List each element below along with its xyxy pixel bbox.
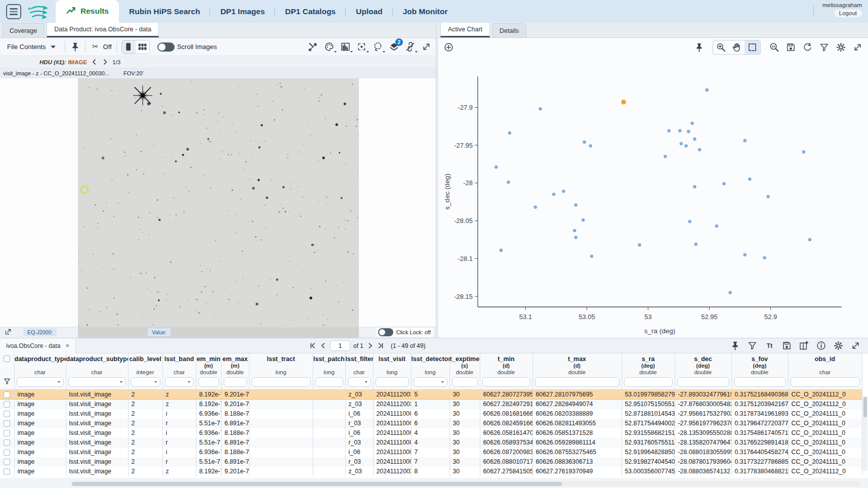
filter-input-lsst_detector[interactable] — [414, 377, 447, 387]
scatter-chart[interactable]: 53.153.055352.9552.9-27.9-27.95-28-28.05… — [438, 56, 868, 338]
data-point[interactable] — [638, 243, 641, 247]
column-header-lsst_tract[interactable]: lsst_tract long — [249, 353, 313, 376]
data-point[interactable] — [583, 141, 586, 144]
add-chart-icon[interactable] — [443, 42, 454, 53]
data-point[interactable] — [574, 203, 577, 207]
column-header-em_max[interactable]: em_max (m) double — [221, 353, 249, 376]
expand-icon[interactable] — [850, 340, 861, 351]
tab-details[interactable]: Details — [492, 23, 526, 37]
column-header-lsst_band[interactable]: lsst_band char — [162, 353, 196, 376]
layers-icon[interactable]: 2 — [389, 41, 399, 52]
filter-input-t_min[interactable] — [482, 377, 530, 387]
page-first-icon[interactable] — [309, 342, 316, 349]
data-point[interactable] — [494, 165, 498, 169]
data-point[interactable] — [690, 121, 694, 125]
data-point[interactable] — [678, 129, 682, 132]
table-row[interactable]: imagelsst.visit_image2z8.192e-79.201e-7z… — [0, 467, 862, 476]
filter-input-lsst_filter[interactable] — [348, 377, 371, 387]
nav-tab-dp1-images[interactable]: DP1 Images — [210, 1, 275, 23]
data-point[interactable] — [582, 218, 585, 222]
filter-input-obs_id[interactable] — [791, 377, 860, 387]
row-checkbox[interactable] — [4, 391, 10, 398]
tab-data-product-ivoa-obscore-data[interactable]: Data Product: ivoa.ObsCore - data — [47, 22, 159, 37]
row-checkbox[interactable] — [4, 420, 10, 427]
table-horizontal-scrollbar[interactable] — [71, 481, 861, 486]
row-checkbox[interactable] — [4, 459, 10, 465]
nav-tab-results[interactable]: Results — [56, 0, 119, 23]
table-row[interactable]: imagelsst.visit_image2z8.192e-79.201e-7z… — [0, 400, 862, 409]
filter-input-s_fov[interactable] — [734, 377, 786, 387]
rotate-icon[interactable] — [802, 42, 813, 53]
expand-corner-icon[interactable] — [4, 328, 12, 336]
logout-button[interactable]: Logout — [834, 10, 862, 17]
filter-icon[interactable] — [3, 377, 11, 385]
column-header-dataproduct_type[interactable]: dataproduct_type char — [14, 353, 66, 376]
add-column-icon[interactable] — [799, 340, 809, 351]
nav-tab-upload[interactable]: Upload — [346, 1, 393, 23]
row-checkbox[interactable] — [4, 430, 10, 436]
data-point[interactable] — [743, 253, 747, 257]
data-point[interactable] — [680, 142, 683, 146]
filter-icon[interactable] — [747, 340, 758, 351]
data-point[interactable] — [573, 229, 576, 233]
text-view-icon[interactable]: Tt — [764, 340, 775, 351]
expand-icon[interactable] — [421, 41, 432, 52]
nav-tab-rubin-hips-search[interactable]: Rubin HiPS Search — [119, 1, 210, 23]
column-header-s_fov[interactable]: s_fov (deg) double — [731, 353, 788, 376]
hamburger-menu-icon[interactable] — [6, 4, 21, 19]
nav-tab-job-monitor[interactable]: Job Monitor — [393, 1, 458, 23]
data-point[interactable] — [552, 193, 556, 196]
fits-image[interactable] — [78, 78, 359, 327]
column-header-obs_id[interactable]: obs_id char — [788, 353, 862, 376]
filter-input-calib_level[interactable] — [131, 377, 160, 387]
single-view-button[interactable] — [122, 40, 136, 54]
column-header-dataproduct_subtype[interactable]: dataproduct_subtype char — [66, 353, 128, 376]
data-point[interactable] — [688, 220, 692, 224]
crop-button[interactable]: ✂ Off — [90, 41, 112, 52]
data-point[interactable] — [507, 181, 510, 184]
data-point[interactable] — [743, 139, 747, 143]
column-header-lsst_patch[interactable]: lsst_patch long — [313, 353, 345, 376]
select-all-checkbox[interactable] — [4, 356, 10, 362]
column-header-lsst_visit[interactable]: lsst_visit long — [373, 353, 411, 376]
page-last-icon[interactable] — [377, 342, 385, 349]
table-row[interactable]: imagelsst.visit_image2i6.936e-78.188e-7i… — [0, 448, 862, 457]
close-icon[interactable]: × — [65, 342, 69, 349]
zoom-in-icon[interactable] — [713, 40, 729, 54]
filter-input-t_max[interactable] — [535, 377, 619, 387]
tab-coverage[interactable]: Coverage — [2, 23, 45, 37]
data-point[interactable] — [589, 144, 592, 148]
file-contents-dropdown[interactable]: File Contents — [4, 41, 60, 53]
column-header-s_dec[interactable]: s_dec (deg) double — [675, 353, 731, 376]
tools-icon[interactable] — [308, 41, 318, 52]
table-row[interactable]: imagelsst.visit_image2r5.51e-76.891e-7r_… — [0, 419, 862, 428]
data-point[interactable] — [500, 249, 503, 252]
save-icon[interactable] — [786, 42, 796, 53]
data-point[interactable] — [687, 130, 690, 134]
row-checkbox[interactable] — [4, 449, 10, 456]
filter-input-lsst_band[interactable] — [165, 377, 194, 387]
data-point[interactable] — [715, 225, 719, 228]
data-point[interactable] — [664, 155, 667, 158]
row-checkbox[interactable] — [4, 468, 10, 475]
data-point[interactable] — [539, 107, 542, 111]
data-point[interactable] — [722, 182, 726, 186]
pan-hand-icon[interactable] — [729, 40, 745, 54]
box-select-icon[interactable] — [745, 40, 760, 54]
filter-input-lsst_patch[interactable] — [315, 377, 343, 387]
page-number-input[interactable] — [330, 340, 350, 351]
table-row[interactable]: imagelsst.visit_image2i6.936e-78.188e-7i… — [0, 428, 862, 438]
data-point[interactable] — [684, 144, 688, 148]
filter-input-s_ra[interactable] — [624, 377, 673, 387]
data-point[interactable] — [705, 88, 709, 92]
settings-icon[interactable] — [836, 42, 846, 53]
data-point[interactable] — [748, 178, 752, 181]
settings-icon[interactable] — [833, 340, 844, 351]
data-point[interactable] — [802, 150, 806, 154]
recenter-icon[interactable] — [356, 41, 367, 52]
palette-icon[interactable] — [324, 41, 335, 52]
data-point[interactable] — [667, 129, 671, 132]
column-header-t_max[interactable]: t_max (d) double — [532, 353, 622, 376]
pin-icon[interactable] — [694, 42, 705, 53]
data-point[interactable] — [508, 131, 512, 135]
